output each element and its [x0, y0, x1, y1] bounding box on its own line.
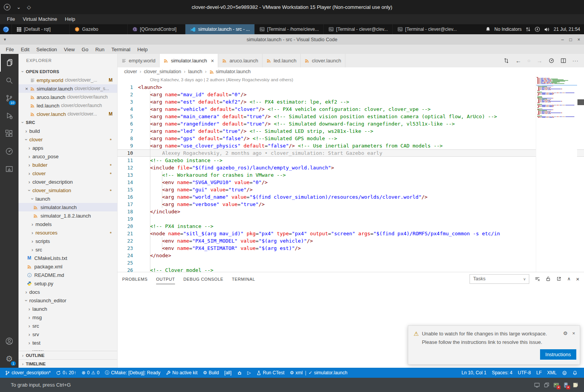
panel-tab-debug-console[interactable]: DEBUG CONSOLE	[183, 274, 224, 284]
nav-back-icon[interactable]: ←	[515, 57, 521, 64]
statusbar-item[interactable]: Run CTest	[254, 368, 287, 378]
statusbar-item[interactable]: LF	[534, 368, 544, 378]
updown-arrows-icon[interactable]	[525, 27, 531, 32]
statusbar-item[interactable]: ⚙Build	[200, 368, 221, 378]
panel-tab-terminal[interactable]: TERMINAL	[232, 274, 255, 284]
tree-item-docs[interactable]: ›docs	[19, 288, 117, 296]
activity-source-control[interactable]: 10	[0, 89, 19, 107]
tree-item-srv[interactable]: ›srv	[19, 330, 117, 338]
output-channel-select[interactable]: Tasks∨	[470, 274, 529, 284]
clear-output-icon[interactable]	[535, 276, 540, 281]
minimap[interactable]	[536, 76, 577, 272]
breadcrumb-item[interactable]: clover_simulation	[144, 69, 181, 74]
taskbar-item[interactable]: Gazebo	[69, 24, 127, 34]
editor-tab[interactable]: simulator.launch×	[160, 54, 218, 67]
vscode-menu-run[interactable]: Run	[92, 47, 108, 52]
instructions-button[interactable]: Instructions	[540, 349, 576, 360]
activity-test-panel[interactable]	[0, 160, 19, 178]
vm-menu-file[interactable]: File	[3, 14, 19, 24]
vscode-menu-view[interactable]: View	[61, 47, 78, 52]
activity-gitlens[interactable]	[0, 142, 19, 160]
statusbar-item[interactable]	[234, 368, 245, 378]
activity-settings[interactable]: ⚙1	[0, 350, 19, 368]
close-tab-icon[interactable]: ×	[211, 58, 214, 64]
statusbar-item[interactable]: XML	[544, 368, 559, 378]
activity-run-and-debug[interactable]	[0, 107, 19, 125]
vm-tray-device-icon[interactable]	[544, 382, 550, 388]
vscode-menu-terminal[interactable]: Terminal	[108, 47, 134, 52]
vscode-menu-help[interactable]: Help	[134, 47, 151, 52]
statusbar-item[interactable]: 0↓ 20↑	[53, 368, 79, 378]
tree-item-models[interactable]: ›models	[19, 220, 117, 228]
open-in-editor-icon[interactable]	[556, 276, 562, 281]
code-line[interactable]: 11<!-- Gazebo instance -->	[118, 157, 584, 164]
code-line[interactable]: 6<arg name="rangefinder" default="true"/…	[118, 120, 584, 127]
tree-item-msg[interactable]: ›msg	[19, 313, 117, 322]
open-editor-item[interactable]: aruco.launchclover/clover/launch	[19, 93, 117, 101]
code-line[interactable]: 14<env name="SVGA_VGPU10" value="0"/>	[118, 179, 584, 186]
statusbar-item[interactable]: ⊗0⚠0	[79, 368, 102, 378]
code-line[interactable]: 17<arg name="verbose" value="true"/>	[118, 201, 584, 208]
src-section-header[interactable]: › SRC	[19, 118, 117, 127]
tree-item-launch[interactable]: ›launch	[19, 194, 117, 203]
volume-icon[interactable]	[544, 27, 550, 32]
tree-item-clover-simulation[interactable]: ›clover_simulation●	[19, 186, 117, 194]
vm-fullscreen-icon[interactable]: ◇	[27, 4, 31, 10]
tree-item-test[interactable]: ›test	[19, 338, 117, 347]
tree-item-www[interactable]: ›www	[19, 347, 117, 351]
open-editors-header[interactable]: › OPEN EDITORS	[19, 67, 117, 76]
statusbar-item[interactable]: ▷	[245, 368, 254, 378]
panel-tab-problems[interactable]: PROBLEMS	[122, 274, 148, 284]
editor-tab[interactable]: aruco.launch	[218, 54, 262, 67]
vm-tray-usb-icon[interactable]: ×	[563, 382, 569, 388]
vm-tray-display-icon[interactable]	[534, 382, 540, 388]
outline-section[interactable]: ›OUTLINE	[19, 351, 117, 359]
tree-item-aruco-pose[interactable]: ›aruco_pose	[19, 152, 117, 161]
vscode-menu-file[interactable]: File	[2, 47, 17, 52]
taskbar-item[interactable]: [Terminal - /home/cleve...	[254, 24, 323, 34]
editor-tab[interactable]: clover.launch	[301, 54, 345, 67]
statusbar-item[interactable]: [all]	[222, 368, 234, 378]
statusbar-item[interactable]: No active kit	[163, 368, 200, 378]
code-line[interactable]: 26<!-- Clover model -->	[118, 266, 584, 272]
statusbar-item[interactable]	[570, 368, 580, 378]
tree-item-package-xml[interactable]: package.xml	[19, 262, 117, 271]
maximize-icon[interactable]: □	[569, 37, 572, 42]
open-editor-item[interactable]: empty.worldclover/clover_...M	[19, 76, 117, 84]
code-line[interactable]: 2<arg name="mav_id" default="0"/>	[118, 91, 584, 98]
taskbar-item[interactable]: [Default - rqt]	[12, 24, 69, 34]
compare-changes-icon[interactable]	[503, 58, 509, 64]
tree-item-cmakelists-txt[interactable]: MCMakeLists.txt	[19, 254, 117, 262]
code-line[interactable]: 20<!-- PX4 instance -->	[118, 223, 584, 230]
power-icon[interactable]	[535, 27, 540, 32]
statusbar-item[interactable]	[559, 368, 570, 378]
code-line[interactable]: 7<arg name="led" default="true"/> <!-- S…	[118, 127, 584, 135]
breadcrumb-item[interactable]: simulator.launch	[209, 69, 251, 74]
code-line[interactable]: 1<launch>	[118, 84, 584, 91]
code-line[interactable]: 23<env name="PX4_ESTIMATOR" value="$(arg…	[118, 245, 584, 252]
indicators-label[interactable]: No Indicators	[495, 27, 522, 32]
notification-settings-gear-icon[interactable]: ⚙	[563, 330, 568, 336]
code-line[interactable]: 19	[118, 215, 584, 223]
vm-menu-help[interactable]: Help	[61, 14, 79, 24]
browser-launcher-icon[interactable]	[0, 24, 12, 34]
vscode-menu-edit[interactable]: Edit	[17, 47, 33, 52]
tree-item-roslaunch-editor[interactable]: ›roslaunch_editor	[19, 296, 117, 305]
tree-item-clover[interactable]: ›clover●	[19, 169, 117, 178]
editor-scrollbar-thumb[interactable]	[577, 99, 584, 105]
code-line[interactable]: 10Alexey Rogachevskiy, 2 months ago • cl…	[118, 149, 584, 157]
taskbar-item[interactable]: [Terminal - clever@clev...	[323, 24, 392, 34]
breadcrumb[interactable]: clover›clover_simulation›launch›simulato…	[118, 67, 584, 76]
breadcrumb-item[interactable]: launch	[188, 69, 202, 74]
open-editor-item[interactable]: ×simulator.launchclover/clover_s...	[19, 84, 117, 93]
tree-item-readme-md[interactable]: README.md	[19, 271, 117, 279]
codelens-authors[interactable]: Oleg Kalachev, 3 days ago | 2 authors (A…	[118, 76, 584, 84]
code-line[interactable]: 24</node>	[118, 252, 584, 259]
taskbar-item[interactable]: [Terminal - clever@clev...	[392, 24, 461, 34]
nav-forward-icon[interactable]: →	[537, 57, 542, 64]
more-actions-icon[interactable]: ···	[572, 58, 579, 64]
tree-item-apps[interactable]: ›apps	[19, 144, 117, 152]
statusbar-item[interactable]: Ln 10, Col 1	[459, 368, 489, 378]
code-line[interactable]: 13<!-- Workaround for crashes in VMware …	[118, 171, 584, 179]
vm-close-icon[interactable]: ×	[4, 4, 10, 10]
